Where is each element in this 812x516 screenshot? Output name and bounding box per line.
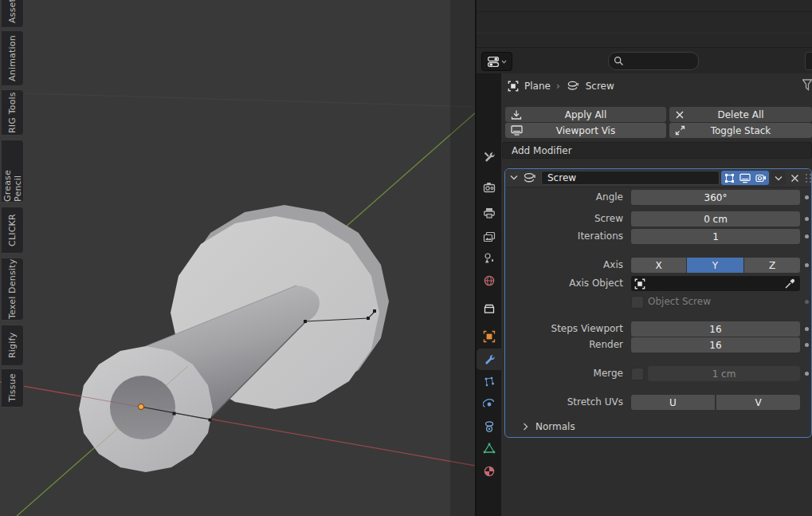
modifier-name-field[interactable]: Screw bbox=[541, 171, 720, 185]
add-modifier-dropdown[interactable]: Add Modifier bbox=[502, 142, 812, 159]
properties-editor-icon bbox=[488, 57, 500, 67]
drag-handle-icon[interactable] bbox=[805, 173, 812, 183]
field-label: Angle bbox=[596, 191, 623, 203]
tab-output[interactable] bbox=[477, 202, 501, 223]
decorator-dot[interactable] bbox=[805, 327, 809, 331]
close-icon bbox=[790, 174, 799, 183]
tab-view-layer[interactable] bbox=[477, 226, 501, 247]
axis-z-button[interactable]: Z bbox=[744, 258, 800, 273]
sidebar-tab-rig-tools[interactable]: RIG Tools bbox=[2, 89, 24, 136]
field-label: Axis bbox=[603, 259, 623, 270]
decorator-dot[interactable] bbox=[805, 217, 809, 221]
camera-icon bbox=[755, 173, 767, 183]
collapse-chevron-icon[interactable] bbox=[510, 175, 518, 180]
tab-render[interactable] bbox=[477, 176, 501, 198]
sidebar-tab-grease-pencil[interactable]: Grease Pencil bbox=[2, 140, 24, 203]
decorator-dot[interactable] bbox=[805, 343, 809, 347]
sidebar-tab-texel-density[interactable]: Texel Density bbox=[2, 258, 24, 321]
angle-field[interactable]: 360° bbox=[631, 190, 800, 205]
axis-object-row: Axis Object bbox=[505, 276, 811, 291]
tab-object-data[interactable] bbox=[477, 437, 501, 459]
modifier-panel-header[interactable]: Screw bbox=[505, 169, 811, 187]
button-label: Toggle Stack bbox=[669, 125, 812, 136]
remove-modifier-button[interactable] bbox=[787, 171, 802, 185]
axis-object-field[interactable] bbox=[631, 276, 800, 291]
iterations-field[interactable]: 1 bbox=[631, 229, 800, 244]
add-modifier-label: Add Modifier bbox=[512, 145, 572, 156]
merge-distance-field[interactable]: 1 cm bbox=[648, 366, 800, 381]
breadcrumb: Plane › Screw bbox=[501, 75, 812, 97]
eyedropper-icon[interactable] bbox=[784, 278, 795, 290]
tab-material[interactable] bbox=[477, 460, 501, 482]
button-label: Apply All bbox=[505, 109, 666, 120]
monitor-icon bbox=[739, 173, 751, 183]
toggle-stack-button[interactable]: Toggle Stack bbox=[669, 123, 812, 138]
iterations-row: Iterations 1 bbox=[505, 229, 811, 244]
tab-modifiers[interactable] bbox=[477, 349, 501, 370]
render-steps-field[interactable]: 16 bbox=[631, 337, 800, 353]
tab-scene[interactable] bbox=[477, 247, 501, 269]
properties-tab-column bbox=[477, 73, 501, 516]
breadcrumb-object[interactable]: Plane bbox=[524, 81, 551, 92]
apply-all-button[interactable]: Apply All bbox=[505, 107, 666, 122]
decorator-dot[interactable] bbox=[805, 372, 809, 376]
3d-viewport[interactable]: Asset Animation RIG Tools Grease Pencil … bbox=[0, 0, 476, 516]
stretch-v-button[interactable]: V bbox=[716, 395, 800, 410]
render-display-toggle[interactable] bbox=[753, 171, 769, 185]
tab-object[interactable] bbox=[477, 325, 501, 347]
decorator-dot[interactable] bbox=[805, 234, 809, 238]
scene-icon bbox=[483, 252, 496, 265]
decorator-dot[interactable] bbox=[805, 300, 809, 304]
tab-label: Asset bbox=[7, 0, 18, 23]
render-steps-row: Render 16 bbox=[505, 337, 811, 353]
subpanel-label: Normals bbox=[535, 421, 575, 432]
tab-collection[interactable] bbox=[477, 297, 501, 319]
steps-viewport-field[interactable]: 16 bbox=[631, 321, 800, 337]
tab-label: Animation bbox=[7, 35, 18, 81]
tab-physics[interactable] bbox=[477, 393, 501, 415]
sidebar-tab-animation[interactable]: Animation bbox=[2, 30, 24, 86]
collection-icon bbox=[483, 302, 496, 315]
realtime-display-toggle[interactable] bbox=[737, 171, 753, 185]
field-label: Merge bbox=[594, 368, 623, 379]
tab-particles[interactable] bbox=[477, 371, 501, 392]
stretch-u-button[interactable]: U bbox=[631, 395, 715, 410]
sidebar-tab-clickr[interactable]: CLICKR bbox=[2, 207, 24, 254]
sidebar-tab-tissue[interactable]: Tissue bbox=[2, 368, 24, 408]
axis-y-button[interactable]: Y bbox=[687, 258, 743, 273]
properties-search-input[interactable] bbox=[608, 52, 699, 70]
object-data-icon bbox=[483, 442, 496, 455]
field-label: Stretch UVs bbox=[567, 396, 623, 408]
merge-checkbox[interactable] bbox=[631, 368, 644, 380]
normals-subpanel-header[interactable]: Normals bbox=[505, 419, 811, 436]
axis-x-button[interactable]: X bbox=[631, 258, 686, 273]
field-label: Render bbox=[589, 339, 623, 350]
properties-header bbox=[477, 48, 812, 73]
sidebar-tab-rigify[interactable]: Rigify bbox=[2, 325, 24, 366]
tab-constraints[interactable] bbox=[477, 416, 501, 437]
tab-world[interactable] bbox=[477, 270, 501, 291]
editor-type-button[interactable] bbox=[481, 52, 512, 71]
filter-icon[interactable] bbox=[802, 79, 812, 93]
tab-tool[interactable] bbox=[477, 146, 501, 167]
modifier-extras-dropdown[interactable] bbox=[771, 171, 786, 185]
breadcrumb-separator: › bbox=[556, 81, 560, 92]
edit-mode-display-toggle[interactable] bbox=[721, 171, 737, 185]
button-label: Delete All bbox=[669, 109, 812, 120]
breadcrumb-modifier[interactable]: Screw bbox=[586, 81, 614, 92]
sidebar-tab-asset[interactable]: Asset bbox=[2, 0, 24, 28]
object-screw-checkbox[interactable] bbox=[631, 296, 644, 309]
screw-row: Screw 0 cm bbox=[505, 211, 811, 226]
render-icon bbox=[483, 181, 496, 194]
viewport-sidebar-tab-strip bbox=[450, 0, 476, 516]
header-button-clipped[interactable] bbox=[805, 52, 812, 70]
particles-icon bbox=[483, 376, 496, 388]
decorator-dot[interactable] bbox=[805, 195, 809, 199]
field-label: Axis Object bbox=[569, 278, 623, 289]
world-icon bbox=[483, 274, 496, 287]
screw-field[interactable]: 0 cm bbox=[631, 211, 800, 226]
stretch-uvs-row: Stretch UVs U V bbox=[505, 395, 811, 410]
delete-all-button[interactable]: Delete All bbox=[669, 107, 812, 122]
decorator-dot[interactable] bbox=[805, 263, 809, 267]
viewport-vis-button[interactable]: Viewport Vis bbox=[505, 123, 666, 138]
